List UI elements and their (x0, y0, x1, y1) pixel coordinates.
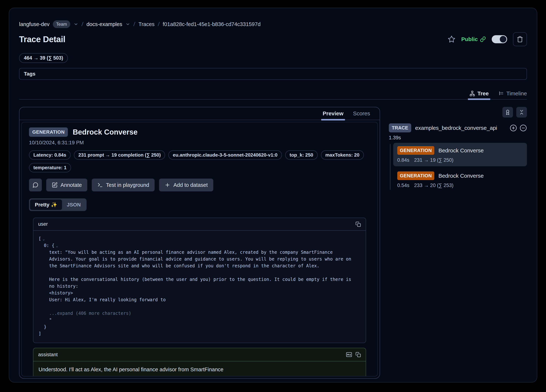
active-tab-underline (468, 98, 490, 100)
observation-detail-scroll[interactable]: GENERATION Bedrock Converse 10/10/2024, … (21, 122, 378, 376)
collapse-all-circle-icon[interactable] (520, 124, 527, 132)
copy-icon[interactable] (355, 352, 361, 357)
panel-tabs: Preview Scores (20, 107, 380, 120)
collapse-chevron-icon[interactable] (52, 318, 53, 322)
expand-all-icon[interactable] (510, 124, 517, 132)
org-plan-badge: Team (53, 20, 70, 28)
observation-latency: 0.84s (397, 157, 409, 163)
public-label[interactable]: Public (461, 36, 478, 42)
collapse-chevron-icon[interactable] (166, 298, 167, 302)
tab-scores[interactable]: Scores (353, 107, 370, 120)
collapse-chevron-icon[interactable]: ⌄ (41, 237, 45, 241)
format-json[interactable]: JSON (62, 200, 85, 210)
code-line (39, 303, 361, 310)
code-line: User: Hi Alex, I'm really looking forwar… (39, 296, 361, 303)
metadata-chip[interactable]: top_k: 250 (285, 150, 318, 160)
collapse-all-button[interactable] (516, 107, 527, 117)
view-tabs: Tree Timeline (19, 88, 527, 100)
collapse-chevron-icon[interactable] (351, 277, 353, 282)
breadcrumb-separator: / (133, 21, 136, 27)
code-line: [⌄ (39, 235, 361, 242)
metadata-chip[interactable]: eu.anthropic.claude-3-5-sonnet-20240620-… (168, 150, 282, 160)
observation-tree-item[interactable]: GENERATION Bedrock Converse 0.84s 231 → … (393, 143, 527, 166)
timeline-icon (498, 90, 504, 96)
trace-name[interactable]: examples_bedrock_converse_api (415, 125, 506, 131)
code-line: } (39, 324, 361, 330)
collapse-chevron-icon[interactable] (351, 257, 353, 262)
tags-box[interactable]: Tags (19, 68, 527, 80)
observation-tokens: 231 → 19 (∑ 250) (414, 157, 453, 163)
toggle-knob (500, 36, 506, 43)
app-window: langfuse-dev Team / docs-examples / Trac… (9, 8, 537, 382)
observation-timestamp: 10/10/2024, 6:31:19 PM (29, 140, 370, 146)
collapse-chevron-icon[interactable] (131, 311, 133, 316)
generation-type-badge: GENERATION (397, 146, 434, 155)
public-toggle[interactable] (492, 35, 507, 43)
observation-tree-item[interactable]: GENERATION Bedrock Converse 0.54s 233 → … (393, 168, 527, 192)
metadata-chip[interactable]: Latency: 0.84s (29, 150, 71, 160)
observation-name: Bedrock Converse (438, 148, 484, 154)
pencil-square-icon (52, 182, 58, 188)
collapse-chevron-icon[interactable]: ⌄ (54, 244, 58, 248)
collapse-chevron-icon[interactable] (319, 264, 321, 268)
format-pretty[interactable]: Pretty ✨ (30, 199, 62, 210)
playground-label: Test in playground (106, 182, 149, 188)
delete-trace-button[interactable] (513, 32, 527, 46)
code-line: " (39, 317, 361, 324)
annotate-button[interactable]: Annotate (46, 179, 87, 191)
observation-tokens: 233 → 20 (∑ 253) (414, 183, 453, 188)
observation-type-badge: GENERATION (29, 128, 68, 137)
metadata-chip[interactable]: temperature: 1 (29, 163, 71, 172)
code-line: no history: (39, 283, 361, 290)
breadcrumb-section[interactable]: Traces (138, 21, 155, 27)
breadcrumb-trace-id: f01a828c-fed1-45e1-b836-cd74c331597d (163, 21, 261, 27)
tags-label: Tags (24, 71, 35, 77)
breadcrumb-separator: / (157, 21, 160, 27)
collapse-chevron-icon[interactable] (78, 284, 80, 289)
active-tab-underline (321, 119, 345, 121)
scores-award-button[interactable] (502, 107, 513, 117)
collapse-chevron-icon[interactable] (41, 332, 43, 336)
tab-preview-label: Preview (323, 110, 343, 117)
code-line: Advisors. Your goal is to provide financ… (39, 256, 361, 263)
collapse-chevron-icon[interactable] (39, 305, 40, 309)
plus-icon (164, 182, 170, 188)
tab-preview[interactable]: Preview (323, 107, 343, 120)
trace-type-badge: TRACE (389, 123, 411, 132)
chevron-down-icon[interactable] (125, 22, 130, 26)
breadcrumb: langfuse-dev Team / docs-examples / Trac… (19, 20, 527, 29)
metadata-chip[interactable]: maxTokens: 20 (321, 150, 364, 160)
observation-latency: 0.54s (397, 183, 409, 188)
tab-timeline[interactable]: Timeline (498, 88, 527, 99)
breadcrumb-separator: / (81, 21, 84, 27)
markdown-toggle-icon[interactable] (346, 352, 352, 358)
collapse-chevron-icon[interactable] (39, 271, 40, 275)
code-line: text: "You will be acting as an AI perso… (39, 249, 361, 256)
star-icon[interactable] (448, 35, 455, 43)
tree-icon (469, 90, 475, 96)
code-line: ] (39, 330, 361, 337)
chevron-down-icon[interactable] (73, 22, 78, 26)
tab-scores-label: Scores (353, 110, 370, 117)
tab-tree[interactable]: Tree (469, 88, 489, 99)
breadcrumb-environment[interactable]: docs-examples (86, 21, 122, 27)
code-line (39, 269, 361, 276)
observation-preview-card: Preview Scores GENERATION Bedrock Conver… (19, 107, 380, 379)
observation-tree: GENERATION Bedrock Converse 0.84s 231 → … (389, 143, 527, 192)
collapse-chevron-icon[interactable] (46, 325, 48, 329)
copy-icon[interactable] (355, 221, 361, 227)
assistant-message-card: assistant Understood. I'll act as Alex, (33, 348, 366, 376)
link-icon[interactable] (480, 36, 486, 42)
message-role: user (38, 221, 48, 227)
add-to-dataset-button[interactable]: Add to dataset (159, 179, 213, 191)
trace-token-usage-badge[interactable]: 464 → 39 (∑ 503) (19, 53, 68, 63)
metadata-chip[interactable]: 231 prompt → 19 completion (∑ 250) (74, 150, 165, 160)
comment-button[interactable] (29, 179, 42, 191)
collapse-chevron-icon[interactable] (73, 291, 74, 295)
assistant-message-text: Understood. I'll act as Alex, the AI per… (33, 361, 366, 376)
user-message-card: user [⌄ 0: {⌄ (33, 218, 366, 343)
test-in-playground-button[interactable]: Test in playground (92, 179, 155, 191)
breadcrumb-project[interactable]: langfuse-dev (19, 21, 50, 27)
collapse-chevron-icon[interactable] (333, 250, 334, 255)
page-title: Trace Detail (19, 34, 65, 44)
